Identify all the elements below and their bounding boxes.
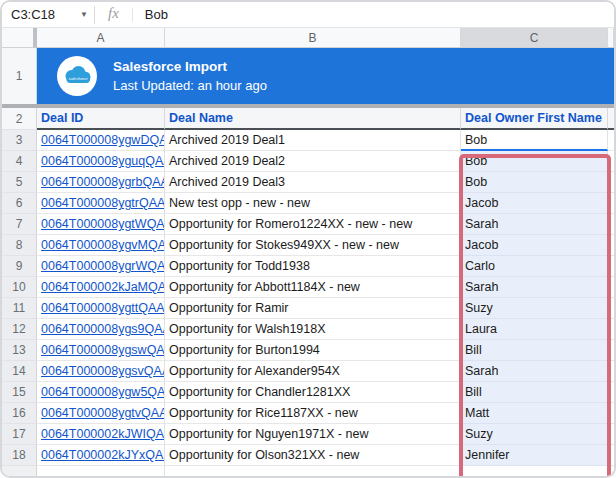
cell-deal-name[interactable]: Opportunity for Nguyen1971X - new	[165, 424, 461, 445]
cell-empty[interactable]	[608, 214, 616, 235]
row-header[interactable]: 1	[2, 48, 37, 104]
cell-deal-id[interactable]: 0064T000008ygw5QAA	[37, 382, 165, 403]
cell-deal-name[interactable]: Archived 2019 Deal2	[165, 151, 461, 172]
row-header[interactable]	[2, 466, 37, 476]
column-header-partial[interactable]	[608, 28, 614, 48]
cell-empty[interactable]	[608, 382, 616, 403]
cell-deal-owner[interactable]: Sarah	[461, 361, 608, 382]
header-cell-deal-id[interactable]: Deal ID	[37, 108, 165, 130]
row-header[interactable]: 10	[2, 277, 37, 298]
row-header[interactable]: 16	[2, 403, 37, 424]
cell-deal-name[interactable]: Opportunity for Walsh1918X	[165, 319, 461, 340]
cell-deal-name[interactable]: Opportunity for Romero1224XX - new - new	[165, 214, 461, 235]
row-header[interactable]: 12	[2, 319, 37, 340]
cell-empty[interactable]	[461, 466, 608, 476]
header-cell-empty[interactable]	[608, 108, 616, 130]
cell-empty[interactable]	[608, 193, 616, 214]
cell-deal-owner[interactable]: Carlo	[461, 256, 608, 277]
cell-empty[interactable]	[608, 256, 616, 277]
cell-empty[interactable]	[608, 298, 616, 319]
salesforce-banner-cell[interactable]: salesforce Salesforce Import Last Update…	[37, 48, 614, 104]
cell-empty[interactable]	[608, 319, 616, 340]
cell-empty[interactable]	[608, 445, 616, 466]
row-header[interactable]: 11	[2, 298, 37, 319]
row-header[interactable]: 3	[2, 130, 37, 151]
row-header[interactable]: 6	[2, 193, 37, 214]
header-cell-deal-name[interactable]: Deal Name	[165, 108, 461, 130]
cell-deal-name[interactable]: Opportunity for Rice1187XX - new	[165, 403, 461, 424]
row-header[interactable]: 13	[2, 340, 37, 361]
cell-deal-owner[interactable]: Laura	[461, 319, 608, 340]
cell-deal-id[interactable]: 0064T000008ygrbQAA	[37, 172, 165, 193]
cell-empty[interactable]	[608, 235, 616, 256]
cell-empty[interactable]	[608, 361, 616, 382]
chevron-down-icon[interactable]: ▼	[80, 10, 88, 19]
cell-empty[interactable]	[608, 340, 616, 361]
cell-deal-id[interactable]: 0064T000008yguqQAA	[37, 151, 165, 172]
cell-empty[interactable]	[608, 151, 616, 172]
cell-empty[interactable]	[608, 172, 616, 193]
select-all-corner[interactable]	[2, 28, 37, 48]
column-header-b[interactable]: B	[165, 28, 461, 48]
cell-deal-owner[interactable]: Bob	[461, 172, 608, 193]
cell-empty[interactable]	[608, 130, 616, 151]
cell-deal-name[interactable]: Opportunity for Stokes949XX - new - new	[165, 235, 461, 256]
row-header[interactable]: 18	[2, 445, 37, 466]
cell-deal-name[interactable]: Opportunity for Chandler1281XX	[165, 382, 461, 403]
cell-deal-owner[interactable]: Suzy	[461, 424, 608, 445]
cell-deal-name[interactable]: New test opp - new - new	[165, 193, 461, 214]
cell-deal-id[interactable]: 0064T000008ygswQAA	[37, 340, 165, 361]
cell-deal-owner[interactable]: Bill	[461, 340, 608, 361]
header-cell-deal-owner[interactable]: Deal Owner First Name	[461, 108, 608, 130]
column-header-a[interactable]: A	[37, 28, 165, 48]
column-header-c[interactable]: C	[461, 28, 608, 48]
cell-deal-name[interactable]: Archived 2019 Deal3	[165, 172, 461, 193]
cell-deal-id[interactable]: 0064T000002kJYxQAM	[37, 445, 165, 466]
cell-deal-name[interactable]: Opportunity for Todd1938	[165, 256, 461, 277]
cell-empty[interactable]	[165, 466, 461, 476]
cell-deal-name[interactable]: Opportunity for Abbott1184X - new	[165, 277, 461, 298]
cell-deal-owner[interactable]: Bob	[461, 130, 608, 151]
name-box[interactable]: C3:C18 ▼	[2, 2, 94, 27]
row-header[interactable]: 9	[2, 256, 37, 277]
cell-deal-name[interactable]: Opportunity for Burton1994	[165, 340, 461, 361]
cell-deal-id[interactable]: 0064T000002kJaMQAU	[37, 277, 165, 298]
cell-deal-owner[interactable]: Bob	[461, 151, 608, 172]
cell-empty[interactable]	[608, 277, 616, 298]
cell-deal-owner[interactable]: Matt	[461, 403, 608, 424]
cell-empty[interactable]	[608, 403, 616, 424]
row-header[interactable]: 8	[2, 235, 37, 256]
row-header[interactable]: 17	[2, 424, 37, 445]
cell-empty[interactable]	[37, 466, 165, 476]
cell-deal-owner[interactable]: Suzy	[461, 298, 608, 319]
row-header[interactable]: 2	[2, 108, 37, 130]
row-header[interactable]: 14	[2, 361, 37, 382]
cell-deal-owner[interactable]: Jacob	[461, 235, 608, 256]
cell-deal-id[interactable]: 0064T000008ygtWQAQ	[37, 214, 165, 235]
cell-deal-id[interactable]: 0064T000002kJWIQA2	[37, 424, 165, 445]
cell-deal-id[interactable]: 0064T000008ygwDQAQ	[37, 130, 165, 151]
cell-deal-name[interactable]: Opportunity for Olson321XX - new	[165, 445, 461, 466]
cell-deal-owner[interactable]: Sarah	[461, 277, 608, 298]
row-header[interactable]: 4	[2, 151, 37, 172]
row-header[interactable]: 5	[2, 172, 37, 193]
cell-deal-id[interactable]: 0064T000008ygttQAA	[37, 298, 165, 319]
row-header[interactable]: 15	[2, 382, 37, 403]
cell-deal-id[interactable]: 0064T000008ygrWQAQ	[37, 256, 165, 277]
cell-deal-id[interactable]: 0064T000008ygsvQAA	[37, 361, 165, 382]
cell-deal-owner[interactable]: Jennifer	[461, 445, 608, 466]
cell-deal-owner[interactable]: Bill	[461, 382, 608, 403]
cell-deal-id[interactable]: 0064T000008ygvMQAQ	[37, 235, 165, 256]
row-header[interactable]: 7	[2, 214, 37, 235]
cell-deal-name[interactable]: Opportunity for Ramir	[165, 298, 461, 319]
cell-deal-owner[interactable]: Jacob	[461, 193, 608, 214]
cell-deal-id[interactable]: 0064T000008ygtvQAA	[37, 403, 165, 424]
cell-deal-name[interactable]: Opportunity for Alexander954X	[165, 361, 461, 382]
cell-empty[interactable]	[608, 466, 616, 476]
cell-deal-name[interactable]: Archived 2019 Deal1	[165, 130, 461, 151]
cell-deal-id[interactable]: 0064T000008ygtrQAA	[37, 193, 165, 214]
cell-empty[interactable]	[608, 424, 616, 445]
formula-bar-input[interactable]: Bob	[133, 7, 168, 22]
cell-deal-id[interactable]: 0064T000008ygs9QAA	[37, 319, 165, 340]
cell-deal-owner[interactable]: Sarah	[461, 214, 608, 235]
